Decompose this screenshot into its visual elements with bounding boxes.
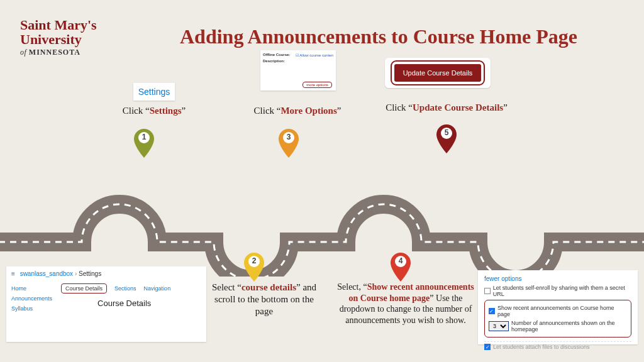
allow-course-content-checkbox[interactable]: ☑ Allow course conten — [296, 53, 333, 57]
left-nav: Home Announcements Syllabus — [11, 283, 52, 314]
fewer-options-link[interactable]: fewer options — [484, 275, 631, 282]
logo-state: MINNESOTA — [29, 48, 80, 57]
step5-caption: Click “Update Course Details” — [377, 102, 516, 114]
course-details-heading: Course Details — [97, 299, 170, 308]
map-pin-5: 5 — [435, 124, 458, 153]
step1-caption: Click “Settings” — [101, 105, 208, 117]
page-title: Adding Announcements to Course Home Page — [0, 25, 644, 48]
attach-files-label: Let students attach files to discussions — [493, 344, 590, 350]
pin-number: 5 — [435, 128, 458, 137]
breadcrumb: ≡ swanlass_sandbox › Settings — [11, 270, 201, 277]
step4-caption: Select, “Show recent announcements on Co… — [333, 282, 478, 326]
step5-update-button-snapshot: Update Course Details — [385, 58, 491, 88]
road-graphic — [0, 157, 644, 277]
map-pin-4: 4 — [389, 253, 412, 282]
hamburger-icon[interactable]: ≡ — [11, 270, 14, 277]
description-label: Description: — [263, 59, 285, 63]
map-pin-3: 3 — [277, 129, 300, 158]
show-recent-label: Show recent announcements on Course home… — [497, 305, 627, 317]
nav-home[interactable]: Home — [11, 283, 52, 293]
step2-caption: Select “course details” and scroll to th… — [208, 282, 321, 317]
announcement-count-select[interactable]: 3 — [489, 321, 509, 331]
tab-navigation[interactable]: Navigation — [144, 285, 171, 292]
announcement-count-label: Number of announcements shown on the hom… — [511, 320, 627, 332]
show-recent-checkbox[interactable]: ✓ — [489, 308, 495, 314]
pin-number: 1 — [133, 133, 155, 141]
step3-caption: Click “More Options” — [238, 105, 357, 117]
more-options-button[interactable]: more options — [303, 82, 332, 88]
step4-options-snapshot: fewer options Let students self-enroll b… — [478, 270, 638, 344]
pin-number: 3 — [277, 133, 300, 141]
nav-announcements[interactable]: Announcements — [11, 293, 52, 304]
pin-number: 4 — [389, 256, 412, 265]
map-pin-1: 1 — [133, 129, 155, 158]
step3-more-options-snapshot: Offline Course: ☑ Allow course conten De… — [260, 50, 336, 90]
settings-tabs: Course Details Sections Navigation — [61, 283, 170, 293]
offline-course-label: Offline Course: — [263, 53, 290, 57]
settings-link[interactable]: Settings — [138, 87, 170, 97]
update-course-details-button[interactable]: Update Course Details — [394, 64, 482, 82]
step2-course-details-snapshot: ≡ swanlass_sandbox › Settings Home Annou… — [6, 266, 206, 342]
nav-syllabus[interactable]: Syllabus — [11, 304, 52, 314]
pin-number: 2 — [243, 256, 265, 265]
step1-settings-snapshot: Settings — [133, 83, 175, 101]
self-enroll-label: Let students self-enroll by sharing with… — [493, 285, 631, 297]
self-enroll-checkbox[interactable] — [484, 288, 491, 294]
map-pin-2: 2 — [243, 253, 265, 282]
logo-of: of — [20, 48, 26, 57]
breadcrumb-current: Settings — [79, 270, 101, 277]
breadcrumb-root[interactable]: swanlass_sandbox — [20, 270, 74, 277]
logo-line-3: of MINNESOTA — [20, 48, 97, 57]
show-recent-highlight: ✓ Show recent announcements on Course ho… — [484, 300, 631, 337]
tab-sections[interactable]: Sections — [114, 285, 136, 292]
tab-course-details[interactable]: Course Details — [61, 283, 107, 293]
attach-files-checkbox[interactable]: ✓ — [484, 344, 491, 350]
